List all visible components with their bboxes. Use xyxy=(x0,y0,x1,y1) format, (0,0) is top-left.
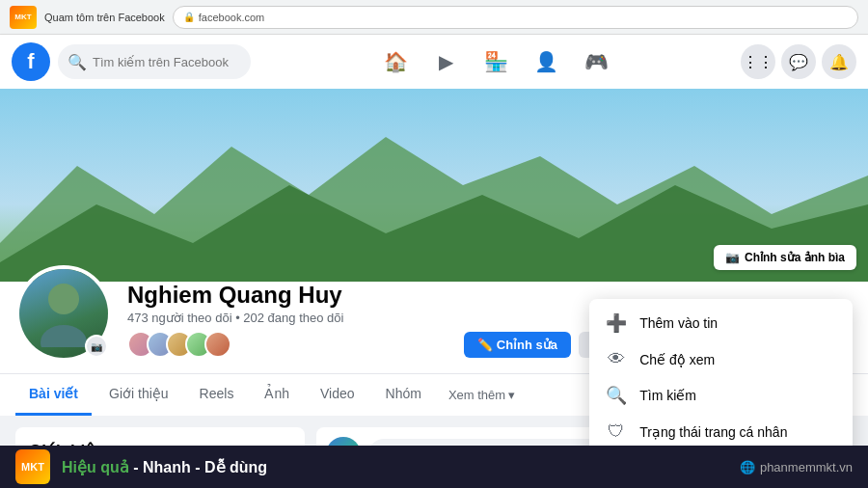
tab-label[interactable]: Quam tôm trên Facebook xyxy=(44,12,165,23)
dropdown-label-2: Tìm kiếm xyxy=(639,388,696,403)
globe-icon: 🌐 xyxy=(740,460,755,474)
mkt-logo-text: MKT xyxy=(21,461,44,473)
search-box[interactable]: 🔍 xyxy=(58,44,251,79)
dropdown-label-0: Thêm vào tin xyxy=(639,315,718,331)
nav-right-buttons: ⋮⋮ 💬 🔔 xyxy=(741,44,856,79)
tab-posts[interactable]: Bài viết xyxy=(15,374,92,416)
tab-reels[interactable]: Reels xyxy=(186,374,248,416)
tab-groups[interactable]: Nhóm xyxy=(372,374,435,416)
nav-video-icon[interactable]: ▶ xyxy=(422,39,469,85)
add-icon: ➕ xyxy=(603,312,630,334)
browser-bar: MKT Quam tôm trên Facebook 🔒 facebook.co… xyxy=(0,0,868,35)
nav-home-icon[interactable]: 🏠 xyxy=(372,39,419,85)
shield-icon: 🛡 xyxy=(603,421,630,442)
dropdown-item-0[interactable]: ➕ Thêm vào tin xyxy=(589,305,853,341)
website-url: phanmemmkt.vn xyxy=(760,460,853,474)
eye-icon: 👁 xyxy=(603,349,630,369)
friends-row xyxy=(127,331,448,358)
search-input[interactable] xyxy=(93,55,237,69)
tagline-dash-2: - xyxy=(195,459,204,475)
avatar-wrapper: 📷 xyxy=(15,265,112,362)
edit-profile-label: Chỉnh sửa xyxy=(497,338,557,352)
pencil-icon: ✏️ xyxy=(477,338,493,352)
tagline-part-0: Hiệu quả xyxy=(62,459,129,475)
dropdown-label-3: Trạng thái trang cá nhân xyxy=(639,424,787,440)
url-text: facebook.com xyxy=(199,12,264,23)
nav-game-icon[interactable]: 🎮 xyxy=(573,39,619,85)
edit-cover-label: Chỉnh sửa ảnh bìa xyxy=(745,251,845,264)
address-bar[interactable]: 🔒 facebook.com xyxy=(173,6,858,29)
friend-avatar-5 xyxy=(204,331,231,358)
edit-cover-btn[interactable]: 📷 Chỉnh sửa ảnh bìa xyxy=(714,245,856,270)
fb-logo: f xyxy=(12,42,50,81)
lock-icon: 🔒 xyxy=(183,12,195,22)
profile-stats: 473 người theo dõi • 202 đang theo dõi xyxy=(127,311,448,325)
profile-name: Nghiem Quang Huy xyxy=(127,282,448,309)
tab-more-label: Xem thêm xyxy=(448,388,505,402)
tagline-dash-1: - xyxy=(133,459,143,475)
bottom-website: 🌐 phanmemmkt.vn xyxy=(740,460,853,474)
bottom-tagline: Hiệu quả - Nhanh - Dễ dùng xyxy=(62,458,267,476)
tagline-part-1: Nhanh xyxy=(143,459,191,475)
nav-messenger-btn[interactable]: 💬 xyxy=(781,44,816,79)
mkt-logo-tab: MKT xyxy=(10,6,37,29)
person-silhouette xyxy=(35,280,93,347)
nav-icons: 🏠 ▶ 🏪 👤 🎮 xyxy=(258,39,733,85)
cover-inner: 📷 Chỉnh sửa ảnh bìa xyxy=(0,89,868,282)
bottom-bar: MKT Hiệu quả - Nhanh - Dễ dùng 🌐 phanmem… xyxy=(0,446,868,488)
tagline-part-2: Dễ dùng xyxy=(204,459,267,475)
tab-more[interactable]: Xem thêm ▾ xyxy=(439,380,525,410)
edit-profile-btn[interactable]: ✏️ Chỉnh sửa xyxy=(464,332,571,358)
camera-icon: 📷 xyxy=(725,251,740,264)
chevron-down-icon: ▾ xyxy=(508,388,515,402)
avatar-camera-btn[interactable]: 📷 xyxy=(85,335,108,358)
svg-point-3 xyxy=(48,284,79,314)
nav-notifications-btn[interactable]: 🔔 xyxy=(822,44,856,79)
svg-point-4 xyxy=(41,325,87,347)
dropdown-item-3[interactable]: 🛡 Trạng thái trang cá nhân xyxy=(589,414,853,449)
cover-photo-area: 📷 Chỉnh sửa ảnh bìa xyxy=(0,89,868,282)
search-icon: 🔍 xyxy=(68,53,87,71)
mkt-logo-bottom: MKT xyxy=(15,449,50,484)
nav-store-icon[interactable]: 🏪 xyxy=(473,39,519,85)
dropdown-item-2[interactable]: 🔍 Tìm kiếm xyxy=(589,377,853,414)
fb-navbar: f 🔍 🏠 ▶ 🏪 👤 🎮 ⋮⋮ 💬 🔔 xyxy=(0,35,868,89)
profile-info: Nghiem Quang Huy 473 người theo dõi • 20… xyxy=(127,282,448,362)
tab-video[interactable]: Video xyxy=(307,374,368,416)
dropdown-item-1[interactable]: 👁 Chế độ xem xyxy=(589,341,853,377)
tab-photos[interactable]: Ảnh xyxy=(251,374,303,416)
dropdown-label-1: Chế độ xem xyxy=(639,352,715,367)
search-dropdown-icon: 🔍 xyxy=(603,385,630,406)
nav-grid-btn[interactable]: ⋮⋮ xyxy=(741,44,775,79)
nav-friends-icon[interactable]: 👤 xyxy=(523,39,569,85)
tab-about[interactable]: Giới thiệu xyxy=(95,374,182,416)
